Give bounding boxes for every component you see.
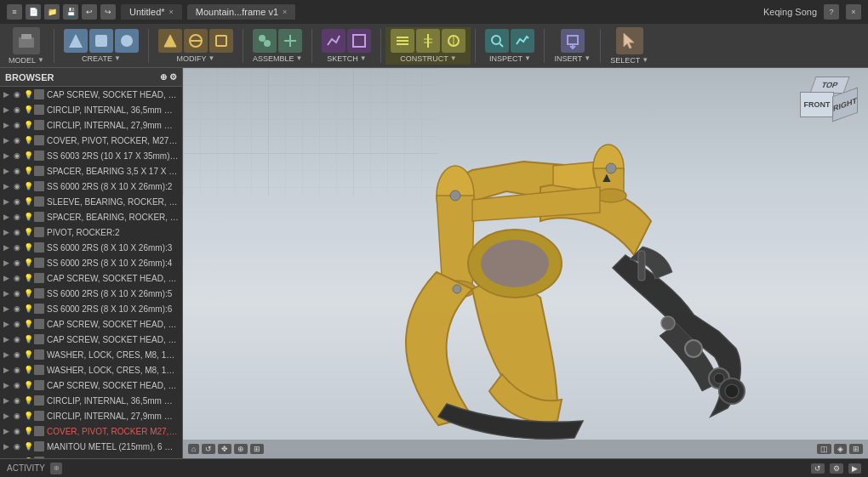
toolbar-inspect[interactable]: INSPECT ▼ [480, 27, 540, 65]
user-name: Keqing Song [763, 7, 817, 17]
browser-item[interactable]: ▶ ◉ 💡 CAP SCREW, SOCKET HEAD, CRI... [0, 87, 182, 102]
browser-item[interactable]: ▶ ◉ 💡 SS 6003 2RS (10 X 17 X 35mm):... [0, 148, 182, 163]
toolbar-construct[interactable]: CONSTRUCT ▼ [385, 27, 471, 65]
visibility-icon[interactable]: ◉ [14, 243, 24, 252]
redo-icon[interactable]: ↪ [100, 4, 116, 20]
zoom-btn[interactable]: ⊕ [234, 444, 248, 454]
home-view-btn[interactable]: ⌂ [188, 444, 199, 454]
app-menu-icon[interactable]: ≡ [7, 4, 22, 20]
display-mode-btn[interactable]: ◫ [817, 444, 831, 454]
toolbar-assemble[interactable]: ASSEMBLE ▼ [248, 27, 307, 65]
visibility-icon[interactable]: ◉ [14, 197, 24, 206]
svg-marker-25 [624, 33, 634, 48]
browser-item[interactable]: ▶ ◉ 💡 SS 6000 2RS (8 X 10 X 26mm):5 [0, 286, 182, 301]
zoom-fit-btn[interactable]: ⊞ [250, 444, 264, 454]
toolbar-sketch[interactable]: SKETCH ▼ [317, 27, 376, 65]
toolbar-select[interactable]: SELECT ▼ [605, 26, 654, 66]
viewport-bottom-controls: ⌂ ↺ ✥ ⊕ ⊞ ◫ ◈ ⊞ [183, 440, 868, 458]
tab-untitled-close[interactable]: × [169, 8, 174, 16]
undo-icon[interactable]: ↩ [82, 4, 97, 20]
visibility-icon[interactable]: ◉ [14, 90, 24, 99]
visibility-icon[interactable]: ◉ [14, 396, 24, 405]
toolbar-modify[interactable]: MODIFY ▼ [153, 27, 238, 65]
visibility-icon[interactable]: ◉ [14, 427, 24, 435]
expand-icon: ▶ [3, 243, 14, 252]
visibility-icon[interactable]: ◉ [14, 381, 24, 389]
view-cube[interactable]: TOP FRONT RIGHT [800, 77, 859, 136]
window-close-icon[interactable]: × [846, 4, 861, 20]
visibility-icon[interactable]: ◉ [14, 457, 24, 458]
statusbar-ctrl-2[interactable]: ⚙ [830, 463, 843, 474]
expand-icon: ▶ [3, 335, 14, 344]
browser-item[interactable]: ▶ ◉ 💡 SS 6000 2RS (8 X 10 X 26mm):2 [0, 179, 182, 194]
browser-item[interactable]: ▶ ◉ 💡 MANITOU METEL (215mm), 6 W... [0, 439, 182, 454]
statusbar-ctrl-1[interactable]: ↺ [811, 463, 825, 474]
visibility-icon[interactable]: ◉ [14, 350, 24, 359]
viewport[interactable]: ▲ TOP FRONT RIGHT ⌂ ↺ ✥ ⊕ ⊞ ◫ ◈ ⊞ [183, 68, 868, 458]
tab-mountain-frame[interactable]: Mountain...frame v1 × [187, 4, 295, 20]
browser-item[interactable]: ▶ ◉ 💡 COVER, PIVOT, ROCKER M27,9... [0, 423, 182, 439]
visibility-icon[interactable]: ◉ [14, 304, 24, 313]
browser-item[interactable]: ▶ ◉ 💡 ROCKER:1 [0, 454, 182, 458]
browser-item[interactable]: ▶ ◉ 💡 SLEEVE, BEARING, ROCKER, FW/... [0, 194, 182, 209]
component-icon [34, 105, 44, 115]
visibility-icon[interactable]: ◉ [14, 182, 24, 190]
browser-item[interactable]: ▶ ◉ 💡 CIRCLIP, INTERNAL, 27,9mm OI... [0, 117, 182, 133]
pan-btn[interactable]: ✥ [218, 444, 231, 454]
visibility-icon[interactable]: ◉ [14, 366, 24, 374]
grid-btn[interactable]: ⊞ [849, 444, 863, 454]
visibility-icon[interactable]: ◉ [14, 412, 24, 420]
browser-item[interactable]: ▶ ◉ 💡 CIRCLIP, INTERNAL, 27,9mm OI... [0, 408, 182, 423]
browser-item[interactable]: ▶ ◉ 💡 CAP SCREW, SOCKET HEAD, FLA... [0, 270, 182, 286]
statusbar-ctrl-3[interactable]: ▶ [848, 463, 861, 474]
browser-item[interactable]: ▶ ◉ 💡 COVER, PIVOT, ROCKER, M27,9... [0, 133, 182, 148]
browser-item[interactable]: ▶ ◉ 💡 CIRCLIP, INTERNAL, 36,5mm OI... [0, 393, 182, 408]
browser-item[interactable]: ▶ ◉ 💡 CAP SCREW, SOCKET HEAD, FLA... [0, 316, 182, 332]
component-icon [34, 426, 44, 436]
browser-item[interactable]: ▶ ◉ 💡 SPACER, BEARING, ROCKER, MI... [0, 209, 182, 224]
toolbar-assemble-icons [253, 29, 302, 53]
visibility-icon[interactable]: ◉ [14, 151, 24, 160]
visibility-icon[interactable]: ◉ [14, 121, 24, 129]
browser-item[interactable]: ▶ ◉ 💡 CAP SCREW, SOCKET HEAD, FLA... [0, 332, 182, 347]
browser-item[interactable]: ▶ ◉ 💡 WASHER, LOCK, CRES, M8, 12,7... [0, 347, 182, 362]
visibility-icon[interactable]: ◉ [14, 442, 24, 451]
visibility-icon[interactable]: ◉ [14, 228, 24, 236]
render-mode-btn[interactable]: ◈ [834, 444, 847, 454]
toolbar-model[interactable]: MODEL ▼ [3, 26, 49, 66]
tab-mountain-frame-close[interactable]: × [283, 8, 287, 16]
view-cube-top[interactable]: TOP [809, 77, 849, 94]
visibility-icon[interactable]: ◉ [14, 167, 24, 175]
tab-untitled[interactable]: Untitled* × [121, 4, 182, 20]
orbit-btn[interactable]: ↺ [202, 444, 215, 454]
visibility-icon[interactable]: ◉ [14, 213, 24, 221]
save-icon[interactable]: 💾 [63, 4, 78, 20]
browser-item[interactable]: ▶ ◉ 💡 PIVOT, ROCKER:2 [0, 224, 182, 240]
visibility-icon[interactable]: ◉ [14, 320, 24, 328]
visibility-icon[interactable]: ◉ [14, 105, 24, 114]
open-icon[interactable]: 📁 [44, 4, 60, 20]
visibility-icon[interactable]: ◉ [14, 136, 24, 145]
browser-item[interactable]: ▶ ◉ 💡 CIRCLIP, INTERNAL, 36,5mm OI... [0, 102, 182, 117]
toolbar-insert[interactable]: INSERT ▼ [549, 27, 596, 65]
visibility-icon[interactable]: ◉ [14, 289, 24, 298]
svg-rect-1 [21, 34, 31, 39]
browser-item[interactable]: ▶ ◉ 💡 SS 6000 2RS (8 X 10 X 26mm):3 [0, 240, 182, 255]
view-cube-front[interactable]: FRONT [800, 92, 834, 117]
browser-item[interactable]: ▶ ◉ 💡 SS 6000 2RS (8 X 10 X 26mm):4 [0, 255, 182, 270]
browser-item[interactable]: ▶ ◉ 💡 SS 6000 2RS (8 X 10 X 26mm):6 [0, 301, 182, 316]
browser-settings-icon[interactable]: ⚙ [169, 72, 177, 82]
browser-item[interactable]: ▶ ◉ 💡 CAP SCREW, SOCKET HEAD, CRI... [0, 378, 182, 393]
new-icon[interactable]: 📄 [26, 4, 41, 20]
visibility-icon[interactable]: ◉ [14, 335, 24, 344]
toolbar-create[interactable]: CREATE ▼ [59, 27, 144, 65]
item-label: CIRCLIP, INTERNAL, 36,5mm OI... [47, 105, 179, 115]
statusbar-expand-icon[interactable]: ⊕ [50, 463, 62, 474]
browser-expand-icon[interactable]: ⊕ [160, 72, 167, 82]
browser-item[interactable]: ▶ ◉ 💡 SPACER, BEARING 3,5 X 17 X 3C... [0, 163, 182, 179]
help-icon[interactable]: ? [824, 4, 839, 20]
insert-arrow: ▼ [584, 54, 591, 62]
visibility-icon[interactable]: ◉ [14, 258, 24, 267]
browser-item[interactable]: ▶ ◉ 💡 WASHER, LOCK, CRES, M8, 12,7... [0, 362, 182, 378]
visibility-icon[interactable]: ◉ [14, 274, 24, 282]
